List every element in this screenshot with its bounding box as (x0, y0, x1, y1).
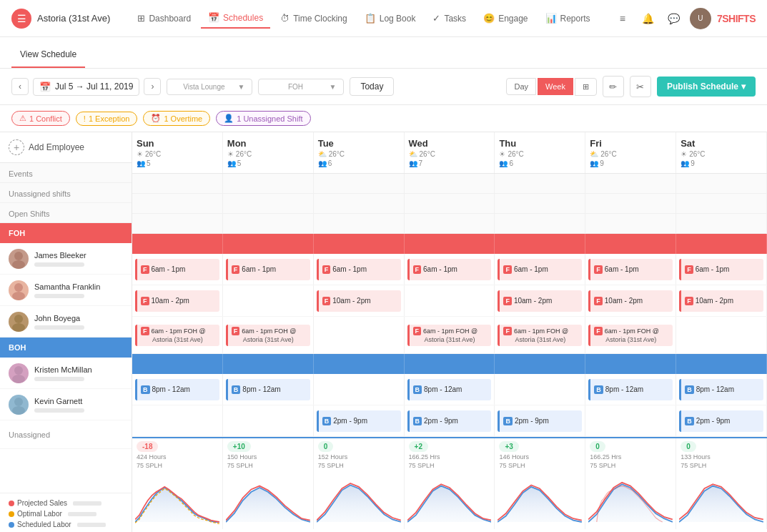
stats-hours: 152 Hours (318, 453, 400, 460)
svg-point-3 (12, 292, 25, 300)
scissors-icon-button[interactable]: ✂ (630, 76, 651, 97)
shift-block[interactable]: F 10am - 2pm (588, 290, 673, 312)
stats-badge: +3 (499, 441, 518, 452)
svg-point-1 (12, 260, 25, 269)
sidebar-open-shifts-section: Open Shifts (0, 203, 132, 223)
overtime-icon: ⏰ (151, 114, 161, 123)
employee-role-bar (34, 325, 84, 330)
location-name: Astoria (31st Ave) (37, 13, 110, 24)
shift-block[interactable]: B 2pm - 9pm (317, 410, 401, 432)
chat-icon[interactable]: 💬 (664, 9, 684, 29)
user-avatar[interactable]: U (690, 8, 711, 29)
exception-icon: ! (84, 114, 86, 123)
nav-schedules[interactable]: 📅 Schedules (201, 8, 270, 29)
stats-badge: -18 (137, 441, 158, 452)
shift-block[interactable]: F 6am - 1pm (407, 259, 492, 280)
shift-block[interactable]: F 6am - 1pm (679, 259, 763, 280)
svg-point-4 (14, 315, 23, 323)
date-navigation: ‹ 📅 Jul 5 → Jul 11, 2019 › (11, 78, 161, 96)
tab-4[interactable] (199, 52, 257, 68)
view-toggle: Day Week ⊞ (506, 78, 596, 96)
today-button[interactable]: Today (350, 77, 394, 96)
hamburger-menu[interactable]: ☰ (11, 9, 31, 29)
scheduled-labor-dot (9, 522, 14, 528)
edit-icon-button[interactable]: ✏ (603, 76, 624, 97)
prev-week-button[interactable]: ‹ (11, 78, 29, 95)
stats-badge: 0 (318, 441, 334, 452)
nav-logbook[interactable]: 📋 Log Book (357, 9, 423, 28)
shift-block[interactable]: F 6am - 1pm (498, 259, 582, 280)
conflict-badge[interactable]: ⚠ 1 Conflict (11, 111, 70, 126)
chart-sun (132, 472, 223, 529)
sidebar-events-section: Events (0, 163, 132, 183)
calendar-icon: 📅 (39, 82, 51, 92)
shift-block[interactable]: F6am - 1pm FOH @ Astoria (31st Ave) (407, 325, 492, 346)
nav-engage[interactable]: 😊 Engage (476, 9, 535, 28)
tab-view-schedule[interactable]: View Schedule (11, 42, 85, 68)
stats-splh: 75 SPLH (227, 462, 309, 469)
date-range-display: 📅 Jul 5 → Jul 11, 2019 (33, 78, 139, 96)
menu-icon[interactable]: ≡ (613, 9, 633, 29)
stats-hours: 146 Hours (499, 453, 580, 460)
nav-links: ⊞ Dashboard 📅 Schedules ⏱ Time Clocking … (130, 8, 607, 29)
unassigned-row: Unassigned (0, 420, 132, 449)
shift-block[interactable]: F 10am - 2pm (498, 290, 582, 312)
shift-block[interactable]: B 8pm - 12am (135, 379, 219, 400)
shift-block[interactable]: B 8pm - 12am (679, 379, 763, 400)
week-view-button[interactable]: Week (538, 78, 573, 95)
employee-name: Kevin Garnett (34, 397, 123, 405)
brand-logo: 7SHIFTS (717, 13, 756, 24)
shift-block[interactable]: F 6am - 1pm (226, 259, 310, 280)
shift-block[interactable]: B 2pm - 9pm (498, 410, 582, 432)
shift-block[interactable]: B 8pm - 12am (588, 379, 673, 400)
shift-block[interactable]: F6am - 1pm FOH @ Astoria (31st Ave) (135, 325, 219, 346)
shift-block[interactable]: F 10am - 2pm (317, 290, 401, 312)
chart-fri (585, 472, 676, 529)
nav-right: ≡ 🔔 💬 U 7SHIFTS (613, 8, 756, 29)
location-dropdown[interactable]: Vista Lounge ▼ (167, 79, 252, 95)
shift-block[interactable]: F6am - 1pm FOH @ Astoria (31st Ave) (498, 325, 582, 346)
overtime-badge[interactable]: ⏰ 1 Overtime (143, 111, 210, 126)
shift-block[interactable]: F 6am - 1pm (588, 259, 673, 280)
employee-name: Kristen McMillan (34, 365, 123, 374)
exception-badge[interactable]: ! 1 Exception (76, 112, 138, 126)
tab-2[interactable] (85, 52, 142, 68)
tab-3[interactable] (142, 52, 199, 68)
list-item: Kevin Garnett (0, 389, 132, 420)
stats-splh: 75 SPLH (590, 462, 671, 469)
notification-icon[interactable]: 🔔 (638, 9, 658, 29)
shift-block[interactable]: B 8pm - 12am (226, 379, 310, 400)
alerts-bar: ⚠ 1 Conflict ! 1 Exception ⏰ 1 Overtime … (0, 105, 767, 132)
shift-block[interactable]: F 10am - 2pm (135, 290, 219, 312)
nav-dashboard[interactable]: ⊞ Dashboard (130, 9, 198, 28)
unassigned-badge[interactable]: 👤 1 Unassigned Shift (216, 111, 310, 126)
svg-point-9 (12, 406, 25, 415)
nav-timeclocking[interactable]: ⏱ Time Clocking (273, 9, 355, 28)
nav-tasks[interactable]: ✓ Tasks (425, 9, 473, 28)
day-header-mon: Mon ☀26°C 👥5 (223, 132, 314, 173)
shift-block[interactable]: F6am - 1pm FOH @ Astoria (31st Ave) (226, 325, 310, 346)
shift-block[interactable]: F 6am - 1pm (135, 259, 219, 280)
shift-block[interactable]: F 10am - 2pm (679, 290, 763, 312)
shift-block[interactable]: F 6am - 1pm (317, 259, 401, 280)
publish-chevron-icon: ▾ (741, 82, 746, 92)
publish-schedule-button[interactable]: Publish Schedule ▾ (657, 77, 756, 97)
next-week-button[interactable]: › (144, 78, 161, 95)
john-shifts-row: F6am - 1pm FOH @ Astoria (31st Ave) F6am… (132, 317, 767, 354)
day-header-wed: Wed ⛅26°C 👥7 (405, 132, 495, 173)
foh-role-grid-row (132, 234, 767, 254)
add-employee-button[interactable]: + Add Employee (0, 132, 132, 163)
shift-block[interactable]: F6am - 1pm FOH @ Astoria (31st Ave) (588, 325, 673, 346)
samantha-shifts-row: F 10am - 2pm F 10am - 2pm F 10am - 2pm (132, 285, 767, 317)
nav-reports[interactable]: 📊 Reports (538, 9, 598, 28)
shift-block[interactable]: B 2pm - 9pm (679, 410, 763, 432)
kristen-shifts-row: B 8pm - 12am B 8pm - 12am B 8pm - 12am (132, 374, 767, 405)
day-view-button[interactable]: Day (506, 78, 536, 95)
svg-point-7 (12, 375, 25, 383)
role-dropdown[interactable]: FOH ▼ (258, 79, 344, 95)
grid-view-button[interactable]: ⊞ (575, 78, 597, 96)
shift-block[interactable]: B 8pm - 12am (407, 379, 492, 400)
chart-sat (676, 472, 767, 529)
shift-block[interactable]: B 2pm - 9pm (407, 410, 492, 432)
logbook-icon: 📋 (365, 13, 376, 24)
